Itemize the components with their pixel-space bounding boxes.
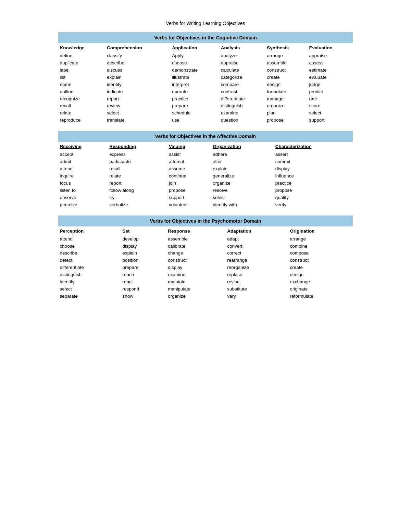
verb-item: express — [109, 151, 166, 158]
verb-item: follow along — [109, 187, 166, 194]
verb-item: discuss — [107, 67, 169, 74]
verb-item: judge — [309, 81, 351, 88]
col-header-affective-2: Valuing — [167, 142, 211, 151]
verb-item: manage — [267, 96, 306, 103]
verb-item: recognize — [60, 96, 104, 103]
verb-item: report — [109, 180, 166, 187]
verb-item: reformulate — [290, 293, 351, 300]
col-header-psychomotor-4: Origination — [289, 226, 353, 235]
verb-item: propose — [267, 117, 306, 124]
verb-item: reorganize — [227, 264, 287, 271]
verb-item: distinguish — [60, 271, 120, 279]
verb-item: rate — [309, 96, 351, 103]
verbs-cell-psychomotor-1: developdisplayexplainpositionpreparereac… — [121, 235, 166, 301]
verbs-cell-cognitive-4: arrangeassembleconstructcreatedesignform… — [265, 52, 308, 125]
verb-item: construct — [290, 257, 351, 264]
verb-item: choose — [60, 243, 120, 250]
verb-item: admit — [60, 158, 107, 165]
verb-item: analyze — [221, 52, 264, 60]
verb-item: distinguish — [221, 102, 264, 110]
verb-item: list — [60, 74, 104, 81]
verb-item: manipulate — [168, 286, 224, 293]
verb-item: perceive — [60, 201, 107, 209]
verbs-cell-cognitive-1: classifydescribediscussexplainidentifyin… — [105, 52, 171, 125]
verbs-cell-psychomotor-4: arrangecombinecomposeconstructcreatedesi… — [289, 235, 353, 301]
col-header-psychomotor-3: Adaptation — [226, 226, 288, 235]
verb-item: examine — [221, 110, 264, 117]
verb-item: exchange — [290, 279, 351, 286]
verb-item: question — [221, 117, 264, 124]
col-header-cognitive-3: Analysis — [220, 43, 265, 52]
verb-item: display — [168, 264, 224, 271]
verb-item: commit — [275, 158, 351, 165]
col-header-psychomotor-2: Response — [166, 226, 226, 235]
verbs-cell-cognitive-5: appraiseassessestimateevaluatejudgepredi… — [308, 52, 352, 125]
verb-item: arrange — [290, 236, 351, 243]
verb-item: differentiate — [60, 264, 120, 271]
page-title: Verbs for Writing Learning Objectives — [58, 21, 353, 26]
verb-item: translate — [107, 117, 169, 124]
verb-item: accept — [60, 151, 107, 158]
verb-item: practice — [172, 96, 218, 103]
verb-item: organize — [168, 293, 224, 300]
verb-item: detect — [60, 257, 120, 264]
verb-item: listen to — [60, 187, 107, 194]
verb-item: select — [309, 110, 351, 117]
col-header-affective-1: Responding — [108, 142, 167, 151]
verb-item: select — [213, 194, 273, 201]
verb-item: assert — [275, 151, 351, 158]
verb-item: demonstrate — [172, 67, 218, 74]
verb-item: reach — [122, 271, 165, 279]
verb-item: organize — [267, 102, 306, 110]
verb-item: support — [169, 194, 210, 201]
verb-item: reproduce — [60, 117, 104, 124]
verb-item: react — [122, 279, 165, 286]
verb-item: convert — [227, 243, 287, 250]
verb-item: attempt — [169, 158, 210, 165]
verb-item: correct — [227, 250, 287, 257]
verb-item: design — [267, 81, 306, 88]
verb-item: join — [169, 180, 210, 187]
verbs-cell-affective-0: acceptadmitattendinquirefocuslisten toob… — [59, 150, 108, 209]
verb-item: appraise — [221, 60, 264, 67]
verb-item: identify with — [213, 201, 273, 209]
verb-item: estimate — [309, 67, 351, 74]
verb-item: outline — [60, 88, 104, 96]
verb-item: evaluate — [309, 74, 351, 81]
verb-item: rearrange — [227, 257, 287, 264]
verb-item: separate — [60, 293, 120, 300]
verb-item: alter — [213, 158, 273, 165]
verb-item: create — [290, 264, 351, 271]
verb-item: duplicate — [60, 60, 104, 67]
verb-item: label — [60, 67, 104, 74]
verbs-cell-cognitive-0: defineduplicatelabellistnameoutlinerecog… — [59, 52, 105, 125]
domain-table-psychomotor: Verbs for Objectives in the Psychomotor … — [58, 215, 353, 301]
verb-item: describe — [107, 60, 169, 67]
verb-item: compose — [290, 250, 351, 257]
verb-item: change — [168, 250, 224, 257]
verb-item: adapt — [227, 236, 287, 243]
verb-item: Apply — [172, 52, 218, 60]
verb-item: assist — [169, 151, 210, 158]
verbs-cell-affective-3: adherealterexplaingeneralizeorganizereso… — [211, 150, 274, 209]
verb-item: select — [60, 286, 120, 293]
verb-item: display — [275, 165, 351, 173]
verb-item: construct — [267, 67, 306, 74]
verb-item: assemble — [267, 60, 306, 67]
verb-item: respond — [122, 286, 165, 293]
verbs-cell-affective-4: assertcommitdisplayinfluencepracticeprop… — [274, 150, 353, 209]
verb-item: display — [122, 243, 165, 250]
verb-item: arrange — [267, 52, 306, 60]
verb-item: verify — [275, 201, 351, 209]
verb-item: name — [60, 81, 104, 88]
verb-item: propose — [169, 187, 210, 194]
verb-item: classify — [107, 52, 169, 60]
verb-item: generalize — [213, 173, 273, 180]
col-header-cognitive-5: Evaluation — [308, 43, 352, 52]
verb-item: identify — [60, 279, 120, 286]
verb-item: report — [107, 96, 169, 103]
domain-header-psychomotor: Verbs for Objectives in the Psychomotor … — [59, 215, 353, 226]
verb-item: compare — [221, 81, 264, 88]
verbs-cell-affective-2: assistattemptassumecontinuejoinproposesu… — [167, 150, 211, 209]
verb-item: replace — [227, 271, 287, 279]
